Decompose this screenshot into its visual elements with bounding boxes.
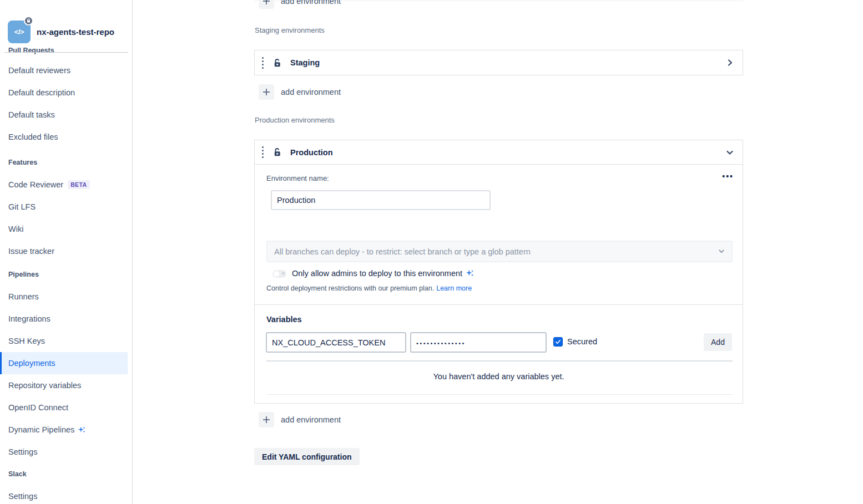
admin-only-toggle[interactable]: × (272, 270, 286, 278)
add-variable-button[interactable]: Add (704, 333, 732, 351)
sidebar-item-default-tasks[interactable]: Default tasks (0, 104, 132, 126)
sidebar-item-ssh-keys[interactable]: SSH Keys (0, 330, 132, 352)
secured-label: Secured (567, 337, 597, 346)
sidebar-item-wiki[interactable]: Wiki (0, 218, 132, 240)
branches-dropdown[interactable]: All branches can deploy - to restrict: s… (266, 241, 733, 262)
sidebar-item-default-description[interactable]: Default description (0, 82, 132, 104)
add-environment-button-staging[interactable]: add environment (259, 84, 341, 100)
staging-card-header[interactable]: Staging (255, 50, 743, 75)
sidebar-item-runners[interactable]: Runners (0, 286, 132, 308)
sidebar-item-excluded-files[interactable]: Excluded files (0, 126, 132, 148)
repo-header: </> nx-agents-test-repo (8, 21, 114, 43)
staging-environments-label: Staging environments (255, 26, 325, 34)
content-column: add environment Staging environments Sta… (254, 0, 743, 504)
deployments-settings-content: add environment Staging environments Sta… (133, 0, 863, 504)
code-icon: </> (14, 28, 24, 36)
sparkles-icon (77, 425, 87, 435)
add-environment-button-top[interactable]: add environment (259, 0, 341, 9)
sidebar-item-integrations[interactable]: Integrations (0, 308, 132, 330)
checkbox-checked-icon (555, 339, 561, 345)
add-environment-button-production[interactable]: add environment (259, 412, 341, 427)
environment-name-label: Environment name: (266, 174, 329, 182)
sidebar-section-pull-requests: Pull Requests (0, 42, 132, 59)
admin-only-toggle-label: Only allow admins to deploy to this envi… (292, 268, 475, 278)
production-environments-label: Production environments (255, 116, 335, 124)
sidebar-item-default-reviewers[interactable]: Default reviewers (0, 59, 132, 82)
plus-icon (259, 84, 274, 100)
staging-environment-card: Staging (254, 50, 743, 75)
drag-handle-icon[interactable] (262, 146, 264, 158)
sidebar-item-pipelines-settings[interactable]: Settings (0, 441, 132, 463)
repo-name: nx-agents-test-repo (37, 27, 114, 37)
repository-settings-page: </> nx-agents-test-repo Pull Requests De… (0, 0, 863, 504)
sidebar-section-pipelines: Pipelines (0, 263, 132, 286)
sidebar-section-features: Features (0, 151, 132, 174)
staging-card-title: Staging (290, 58, 320, 67)
plus-icon (259, 0, 274, 9)
repo-avatar[interactable]: </> (8, 21, 31, 43)
beta-badge: BETA (68, 180, 89, 189)
masked-value: •••••••••••••• (416, 340, 466, 347)
sidebar-item-issue-tracker[interactable]: Issue tracker (0, 240, 132, 262)
variables-list-divider-bottom (266, 394, 733, 395)
chevron-right-icon[interactable] (726, 59, 734, 67)
toggle-off-x-icon: × (282, 271, 285, 276)
sparkles-icon (465, 268, 475, 278)
unlock-icon (272, 58, 282, 68)
lock-badge-icon (24, 16, 33, 26)
variables-list-divider-top (266, 360, 733, 362)
production-environment-card: Production Environment name: ••• Product… (254, 140, 743, 404)
sidebar-divider (4, 52, 128, 53)
variable-name-input[interactable]: NX_CLOUD_ACCESS_TOKEN (266, 332, 406, 353)
sidebar-item-git-lfs[interactable]: Git LFS (0, 196, 132, 218)
variables-title: Variables (266, 315, 302, 324)
sidebar-nav: Pull Requests Default reviewers Default … (0, 42, 132, 504)
premium-plan-note: Control deployment restrictions with our… (266, 284, 472, 292)
toggle-knob (274, 271, 279, 277)
edit-yaml-configuration-button[interactable]: Edit YAML configuration (254, 448, 360, 465)
plus-icon (259, 412, 274, 427)
sidebar-section-slack: Slack (0, 463, 132, 485)
sidebar: </> nx-agents-test-repo Pull Requests De… (0, 0, 133, 504)
unlock-icon (272, 147, 282, 157)
sidebar-item-deployments[interactable]: Deployments (0, 352, 128, 374)
meatball-menu-icon[interactable]: ••• (722, 174, 734, 179)
variables-empty-message: You haven't added any variables yet. (255, 372, 743, 381)
chevron-down-icon[interactable] (726, 149, 734, 156)
sidebar-item-openid-connect[interactable]: OpenID Connect (0, 396, 132, 419)
environment-name-input[interactable]: Production (271, 190, 491, 210)
sidebar-item-code-reviewer[interactable]: Code Reviewer BETA (0, 174, 132, 196)
production-card-title: Production (290, 148, 333, 157)
learn-more-link[interactable]: Learn more (436, 284, 472, 292)
production-card-header[interactable]: Production (255, 140, 743, 165)
production-card-body: Environment name: ••• Production Branche… (255, 165, 743, 402)
sidebar-item-slack-settings[interactable]: Settings (0, 485, 132, 504)
drag-handle-icon[interactable] (262, 57, 264, 69)
chevron-down-icon (718, 247, 725, 257)
sidebar-item-repository-variables[interactable]: Repository variables (0, 374, 132, 396)
variables-section-divider (255, 304, 743, 305)
secured-checkbox[interactable] (553, 337, 563, 347)
variable-value-input[interactable]: •••••••••••••• (410, 332, 547, 353)
branches-dropdown-placeholder: All branches can deploy - to restrict: s… (274, 247, 718, 256)
sidebar-item-dynamic-pipelines[interactable]: Dynamic Pipelines (0, 419, 132, 441)
